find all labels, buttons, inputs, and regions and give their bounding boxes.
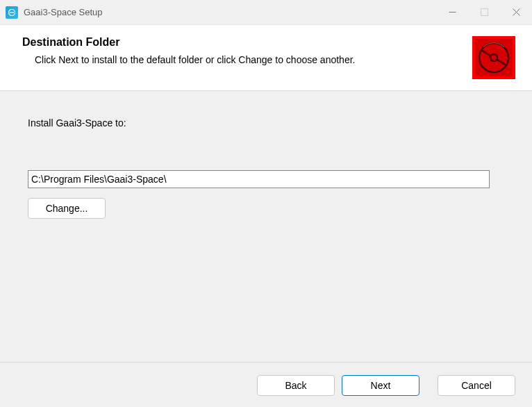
install-path-input[interactable] — [28, 170, 490, 188]
page-title: Destination Folder — [22, 36, 464, 49]
window-title: Gaai3-Space Setup — [24, 7, 436, 17]
svg-line-8 — [481, 50, 491, 56]
svg-rect-3 — [481, 9, 488, 16]
cancel-button[interactable]: Cancel — [438, 375, 515, 396]
disc-icon — [472, 36, 515, 79]
maximize-button — [468, 0, 500, 24]
window-controls — [436, 0, 532, 24]
content-area: Install Gaai3-Space to: Change... — [0, 91, 532, 362]
svg-point-6 — [479, 43, 508, 72]
back-button[interactable]: Back — [257, 375, 335, 396]
close-button[interactable] — [500, 0, 532, 24]
header-text: Destination Folder Click Next to install… — [22, 36, 464, 65]
minimize-button[interactable] — [436, 0, 468, 24]
header: Destination Folder Click Next to install… — [0, 25, 532, 91]
footer: Back Next Cancel — [0, 362, 532, 407]
next-button[interactable]: Next — [342, 375, 419, 396]
svg-line-9 — [497, 60, 506, 66]
change-button[interactable]: Change... — [28, 198, 106, 219]
install-to-label: Install Gaai3-Space to: — [28, 117, 504, 128]
svg-point-7 — [490, 54, 497, 61]
page-subtitle: Click Next to install to the default fol… — [22, 54, 464, 65]
titlebar: Gaai3-Space Setup — [0, 0, 532, 25]
app-icon — [6, 6, 18, 19]
